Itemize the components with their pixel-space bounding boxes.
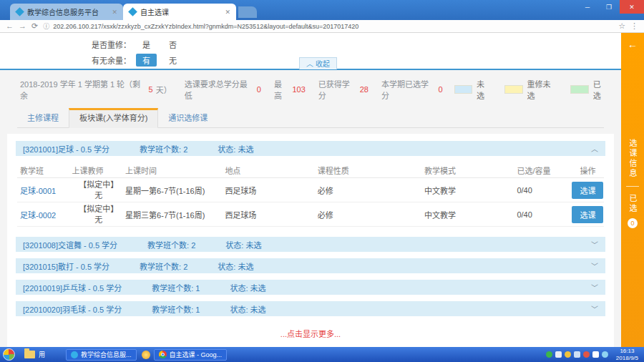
teacher-name: 【拟定中】 <box>79 205 118 213</box>
credit-req-label: 选课要求总学分最低 <box>185 78 254 101</box>
refresh-icon[interactable]: ⟳ <box>31 22 38 30</box>
tab-close-icon[interactable]: ✕ <box>112 9 117 16</box>
taskbar-app-portal[interactable]: 教学综合信息服... <box>66 349 137 361</box>
maximize-button[interactable]: ❐ <box>598 0 620 14</box>
filter-label: 有无余量： <box>92 54 136 66</box>
tray-volume-icon[interactable] <box>592 351 599 358</box>
section-title: [22010019]乒乓球 - 0.5 学分 <box>23 282 122 293</box>
course-section-sanda[interactable]: [3201015]散打 - 0.5 学分 教学班个数: 2 状态: 未选 ﹀ <box>16 258 605 273</box>
show-more-link[interactable]: ...点击显示更多... <box>16 328 605 339</box>
chevron-down-icon: ﹀ <box>591 239 598 250</box>
table-row: 足球-0002 【拟定中】 无 星期三第6-7节(1-16周) 西足球场 必修 … <box>17 202 604 227</box>
col-header: 地点 <box>225 165 317 176</box>
drawer-expand-arrow-icon[interactable]: ← <box>628 39 638 50</box>
browser-tab-course-select[interactable]: 自主选课 ✕ <box>123 4 236 20</box>
browser-tab-portal[interactable]: 教学综合信息服务平台 ✕ <box>10 4 123 20</box>
minimize-button[interactable]: ─ <box>577 0 598 14</box>
class-name-link[interactable]: 足球-0002 <box>17 209 72 220</box>
zfsoft-favicon <box>15 7 24 16</box>
term-selected-value: 0 <box>438 85 442 94</box>
portal-app-icon <box>71 351 78 358</box>
taskbar-app-label: 教学综合信息服... <box>81 350 132 359</box>
bookmark-star-icon[interactable]: ☆ <box>618 22 625 30</box>
select-course-button[interactable]: 选课 <box>572 206 603 223</box>
forward-icon[interactable]: → <box>19 22 26 30</box>
collapse-filters-button[interactable]: ︿ 收起 <box>299 57 337 69</box>
teacher-cell: 【拟定中】 无 <box>72 180 126 200</box>
tab-block-courses[interactable]: 板块课(入学体育分) <box>69 108 158 128</box>
tab-elective-courses[interactable]: 通识选修课 <box>158 108 218 127</box>
term-selected-label: 本学期已选学分 <box>381 78 435 101</box>
close-button[interactable]: ✕ <box>620 0 644 14</box>
earned-credit-label: 已获得学分 <box>318 78 357 101</box>
browser-menu-icon[interactable]: ⋮ <box>630 22 638 30</box>
col-header: 已选/容量 <box>517 165 572 176</box>
back-icon[interactable]: ← <box>6 22 14 30</box>
teacher-cell: 【拟定中】 无 <box>72 204 126 225</box>
credit-max-value: 103 <box>292 85 305 94</box>
section-class-count: 教学班个数: 1 <box>152 303 200 315</box>
drawer-tab-course-info[interactable]: 选课信息 <box>627 139 638 179</box>
clock-date: 2018/9/5 <box>616 355 638 361</box>
folder-label: 用 <box>39 350 45 359</box>
tab-major-courses[interactable]: 主修课程 <box>17 108 69 127</box>
filter-option-has[interactable]: 有 <box>136 54 157 67</box>
new-tab-button[interactable] <box>238 6 257 18</box>
filter-option-none[interactable]: 无 <box>162 54 183 67</box>
legend-swatch-selected <box>570 85 588 94</box>
drawer-tab-selected[interactable]: 已选 <box>627 194 638 214</box>
chevron-up-icon: ︿ <box>306 58 313 69</box>
address-bar: ← → ⟳ ⓘ 202.206.100.217/xsxk/zzxkyzb_cxZ… <box>0 20 644 33</box>
url-input[interactable]: ⓘ 202.206.100.217/xsxk/zzxkyzb_cxZzxkYzb… <box>43 21 613 31</box>
chevron-up-icon: ︿ <box>591 143 598 154</box>
tab-close-icon[interactable]: ✕ <box>225 9 230 16</box>
teacher-title: 无 <box>94 215 102 224</box>
taskbar-app-chrome[interactable]: 自主选课 - Goog... <box>154 349 228 361</box>
folder-icon[interactable] <box>24 351 35 358</box>
gold-app-icon[interactable] <box>142 351 150 359</box>
legend-swatch-unselected <box>454 85 472 94</box>
tray-icon[interactable] <box>565 351 571 358</box>
filter-option-yes[interactable]: 是 <box>136 38 157 51</box>
selected-count-badge: 0 <box>628 218 638 228</box>
course-select-page: 是否重修： 是 否 有无余量： 有 无 ︿ 收起 2018-2019 学年 1 … <box>0 33 621 347</box>
legend-label: 未选 <box>477 78 492 101</box>
col-header: 上课教师 <box>72 165 126 176</box>
page-info-icon[interactable]: ⓘ <box>43 21 49 31</box>
course-list-panel: [3201001]足球 - 0.5 学分 教学班个数: 2 状态: 未选 ︿ 教… <box>7 134 614 347</box>
windows-taskbar: 用 教学综合信息服... 自主选课 - Goog... 16:13 2018/9… <box>0 347 644 362</box>
section-title: [3201015]散打 - 0.5 学分 <box>23 260 109 272</box>
filter-option-no[interactable]: 否 <box>162 38 183 51</box>
course-section-football[interactable]: [3201001]足球 - 0.5 学分 教学班个数: 2 状态: 未选 ︿ <box>16 141 605 156</box>
taskbar-clock[interactable]: 16:13 2018/9/5 <box>612 348 641 361</box>
tray-icon[interactable] <box>583 351 590 358</box>
days-left-value: 5 <box>149 85 153 94</box>
tray-icon[interactable] <box>602 351 608 358</box>
class-place: 西足球场 <box>225 185 317 196</box>
chevron-down-icon: ﹀ <box>591 282 598 293</box>
section-status: 状态: 未选 <box>230 282 265 293</box>
tray-antivirus-icon[interactable] <box>546 351 552 358</box>
course-category-tabs: 主修课程 板块课(入学体育分) 通识选修课 <box>17 108 604 128</box>
tray-network-icon[interactable] <box>574 351 580 358</box>
table-header-row: 教学班 上课教师 上课时间 地点 课程性质 教学模式 已选/容量 操作 <box>17 162 604 178</box>
col-header: 教学班 <box>17 165 72 176</box>
class-name-link[interactable]: 足球-0001 <box>17 185 72 196</box>
credit-min-value: 0 <box>257 85 261 94</box>
content-area: 2018-2019 学年 1 学期第 1 轮（剩余 5 天） 选课要求总学分最低… <box>0 70 621 347</box>
section-title: [22010020]羽毛球 - 0.5 学分 <box>23 303 122 315</box>
course-nature: 必修 <box>318 209 424 220</box>
teaching-mode: 中文教学 <box>424 185 517 196</box>
section-status: 状态: 未选 <box>230 303 265 315</box>
tray-icon[interactable] <box>555 351 562 358</box>
select-course-button[interactable]: 选课 <box>572 182 603 199</box>
col-header: 教学模式 <box>424 165 517 176</box>
credit-max-label: 最高 <box>274 78 290 101</box>
course-section-pingpong[interactable]: [22010019]乒乓球 - 0.5 学分 教学班个数: 1 状态: 未选 ﹀ <box>16 280 605 295</box>
start-button[interactable] <box>3 348 15 361</box>
window-controls: ─ ❐ ✕ <box>577 0 644 14</box>
course-section-badminton[interactable]: [22010020]羽毛球 - 0.5 学分 教学班个数: 1 状态: 未选 ﹀ <box>16 301 605 316</box>
chrome-icon <box>159 351 167 358</box>
course-section-dance[interactable]: [3201008]交谊舞 - 0.5 学分 教学班个数: 2 状态: 未选 ﹀ <box>16 237 605 252</box>
tab-title: 自主选课 <box>140 6 220 17</box>
